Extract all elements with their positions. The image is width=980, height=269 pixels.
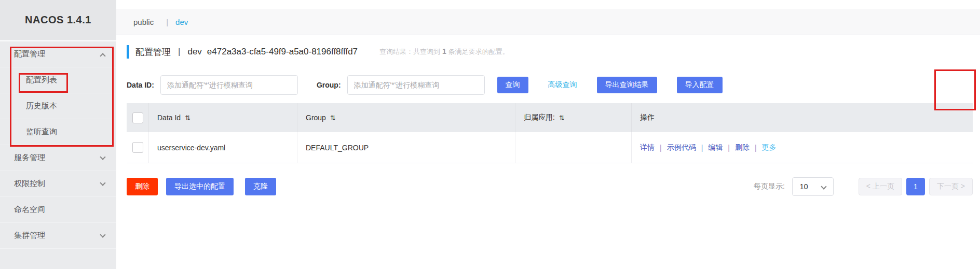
sidebar-item-listening-query[interactable]: 监听查询: [0, 119, 116, 145]
header-label: 归属应用:: [524, 113, 555, 122]
sidebar-item-label: 服务管理: [14, 153, 45, 163]
chevron-down-icon: [100, 232, 105, 237]
group-input[interactable]: [347, 75, 485, 95]
sidebar-item-label: 集群管理: [14, 231, 45, 240]
group-value: DEFAULT_GROUP: [306, 144, 369, 152]
action-detail-link[interactable]: 详情: [640, 143, 655, 152]
delete-button[interactable]: 删除: [127, 178, 158, 195]
clone-button[interactable]: 克隆: [245, 178, 276, 195]
sidebar-item-label: 权限控制: [14, 179, 45, 189]
sidebar-item-history-versions[interactable]: 历史版本: [0, 93, 116, 119]
app-logo: NACOS 1.4.1: [0, 0, 116, 41]
namespace-name: dev: [187, 47, 201, 57]
sidebar-item-label: 监听查询: [26, 127, 57, 137]
chevron-down-icon: [821, 183, 826, 189]
current-page-button[interactable]: 1: [906, 178, 925, 195]
nacos-console: NACOS 1.4.1 配置管理 配置列表 历史版本 监听查询 服务管理 权限控…: [0, 0, 980, 269]
result-suffix: 条满足要求的配置。: [448, 48, 509, 55]
header-label: Group: [306, 114, 326, 122]
title-divider: |: [178, 47, 180, 57]
action-separator: |: [701, 144, 703, 152]
sidebar: NACOS 1.4.1 配置管理 配置列表 历史版本 监听查询 服务管理 权限控…: [0, 0, 116, 269]
config-table: Data Id ⇅ Group ⇅ 归属应用: ⇅ 操作: [127, 103, 973, 163]
table-header-row: Data Id ⇅ Group ⇅ 归属应用: ⇅ 操作: [127, 103, 973, 132]
namespace-tab-dev[interactable]: dev: [175, 18, 188, 26]
header-select-all-cell: [127, 103, 149, 132]
action-edit-link[interactable]: 编辑: [708, 143, 723, 152]
sidebar-item-label: 配置管理: [14, 49, 45, 59]
sort-icon[interactable]: ⇅: [559, 114, 565, 122]
data-id-input[interactable]: [160, 75, 298, 95]
sidebar-item-label: 命名空间: [14, 205, 45, 215]
action-separator: |: [660, 144, 662, 152]
footer-toolbar: 删除 导出选中的配置 克隆 每页显示: 10 < 上一页 1 下一页 >: [127, 177, 973, 196]
page-size-label: 每页显示:: [754, 182, 785, 191]
row-select-cell: [127, 132, 149, 163]
sidebar-item-label: 历史版本: [26, 101, 57, 111]
row-actions-cell: 详情 | 示例代码 | 编辑 | 删除 | 更多: [632, 132, 973, 163]
sidebar-item-label: 配置列表: [26, 75, 57, 85]
sidebar-item-config-management[interactable]: 配置管理: [0, 41, 116, 67]
sort-icon[interactable]: ⇅: [330, 114, 336, 122]
row-group-cell: DEFAULT_GROUP: [297, 132, 515, 163]
import-config-button[interactable]: 导入配置: [677, 77, 723, 93]
main-area: public | dev 配置管理 | dev e472a3a3-cfa5-49…: [116, 0, 980, 269]
data-id-label: Data ID:: [127, 81, 154, 89]
select-all-checkbox[interactable]: [132, 112, 143, 123]
action-more-link[interactable]: 更多: [762, 143, 777, 152]
action-separator: |: [755, 144, 757, 152]
namespace-id: e472a3a3-cfa5-49f9-a5a0-8196ff8fffd7: [207, 47, 358, 57]
row-data-id-cell: userservice-dev.yaml: [149, 132, 297, 163]
header-label: 操作: [640, 113, 655, 122]
next-page-button[interactable]: 下一页 >: [929, 178, 973, 195]
advanced-query-link[interactable]: 高级查询: [548, 80, 577, 90]
header-actions: 操作: [632, 103, 973, 132]
chevron-down-icon: [100, 154, 105, 160]
sidebar-item-service-management[interactable]: 服务管理: [0, 145, 116, 171]
page-header: 配置管理 | dev e472a3a3-cfa5-49f9-a5a0-8196f…: [127, 44, 973, 60]
row-checkbox[interactable]: [132, 142, 143, 153]
row-app-cell: [515, 132, 632, 163]
title-accent-bar: [127, 45, 129, 59]
content: 配置管理 | dev e472a3a3-cfa5-49f9-a5a0-8196f…: [116, 44, 980, 196]
query-button[interactable]: 查询: [497, 77, 528, 93]
chevron-up-icon: [100, 53, 105, 59]
namespace-tab-public[interactable]: public: [133, 18, 154, 26]
header-label: Data Id: [157, 114, 181, 122]
table-row: userservice-dev.yaml DEFAULT_GROUP 详情 | …: [127, 132, 973, 163]
sidebar-menu: 配置管理 配置列表 历史版本 监听查询 服务管理 权限控制 命名空间: [0, 41, 116, 249]
header-app: 归属应用: ⇅: [515, 103, 632, 132]
sidebar-item-config-list[interactable]: 配置列表: [0, 67, 116, 93]
result-prefix: 查询结果：共查询到: [379, 48, 440, 55]
sidebar-item-cluster-management[interactable]: 集群管理: [0, 223, 116, 249]
data-id-value: userservice-dev.yaml: [157, 144, 225, 152]
header-data-id: Data Id ⇅: [149, 103, 297, 132]
namespace-separator: |: [166, 18, 168, 26]
result-count: 1: [442, 47, 446, 55]
query-result-summary: 查询结果：共查询到1条满足要求的配置。: [379, 47, 509, 56]
export-selected-button[interactable]: 导出选中的配置: [166, 178, 234, 195]
search-toolbar: Data ID: Group: 查询 高级查询 导出查询结果 导入配置: [127, 75, 973, 95]
sidebar-item-permission-control[interactable]: 权限控制: [0, 171, 116, 197]
namespace-bar: public | dev: [116, 9, 980, 35]
page-size-value: 10: [800, 182, 808, 191]
chevron-down-icon: [100, 180, 105, 186]
export-query-result-button[interactable]: 导出查询结果: [597, 77, 657, 93]
prev-page-button[interactable]: < 上一页: [859, 178, 902, 195]
sort-icon[interactable]: ⇅: [185, 114, 190, 122]
action-sample-code-link[interactable]: 示例代码: [667, 143, 696, 152]
sidebar-item-namespace[interactable]: 命名空间: [0, 197, 116, 223]
action-delete-link[interactable]: 删除: [735, 143, 750, 152]
group-label: Group:: [317, 81, 341, 89]
header-group: Group ⇅: [297, 103, 515, 132]
action-separator: |: [728, 144, 730, 152]
page-title: 配置管理: [135, 46, 171, 58]
page-size-select[interactable]: 10: [792, 177, 834, 196]
